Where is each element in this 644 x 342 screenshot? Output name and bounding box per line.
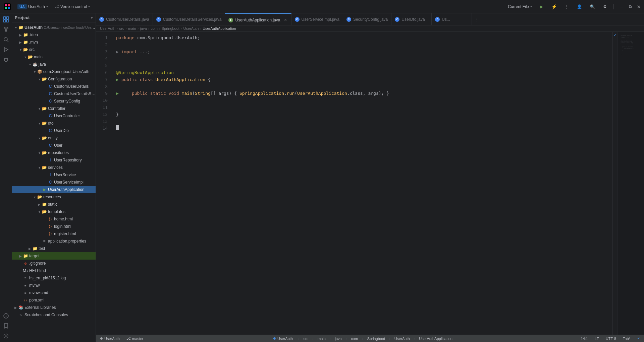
status-lf[interactable]: LF [593,337,600,341]
tree-item-static[interactable]: ▶ 📁 static [12,201,96,208]
activity-settings[interactable] [1,331,11,341]
run-gutter-7[interactable]: ▶ [116,77,121,82]
breadcrumb-item-active[interactable]: UserAuthApplication [203,26,236,30]
tree-item-hs-err[interactable]: ▶ ≡ hs_err_pid31512.log [12,274,96,282]
tree-item-userservice[interactable]: ▶ I UserService [12,171,96,179]
activity-run[interactable] [1,45,11,54]
tree-item-repositories[interactable]: ▾ 📂 repositories [12,149,96,156]
tab-securityconfig[interactable]: C SecurityConfig.java [343,13,391,25]
tree-item-resources[interactable]: ▾ 📂 resources [12,193,96,201]
tab-customuserdetails[interactable]: C CustomUserDetails.java [96,13,153,25]
tree-item-home-html[interactable]: ▶ ⟨⟩ home.html [12,215,96,223]
run-button[interactable]: ▶ [537,3,546,10]
tree-item-mvn[interactable]: ▶ 📁 .mvn [12,39,96,46]
tree-item-dto[interactable]: ▾ 📂 dto [12,120,96,127]
tree-item-customuserdetailsservices[interactable]: ▶ C CustomUserDetailsServices [12,90,96,97]
breadcrumb-item-userauth-pkg[interactable]: UserAuth [183,26,199,30]
tab-overflow-button[interactable]: ⋮ [472,13,482,25]
tree-item-pom-xml[interactable]: ▶ ⟨⟩ pom.xml [12,296,96,304]
status-indent[interactable]: Tab* [622,337,632,341]
breadcrumb-item-main[interactable]: main [128,26,136,30]
svg-point-23 [6,317,6,317]
more-actions-button[interactable]: ⋮ [562,3,572,10]
tab-userauthapplication[interactable]: ▶ UserAuthApplication.java ✕ [225,13,291,25]
status-breadcrumb-userauth[interactable]: ⊙ UserAuth [272,336,294,341]
project-selector[interactable]: UA UserAuth ▾ [15,3,51,11]
java-file-icon: C [48,91,53,96]
close-button[interactable]: ✕ [637,4,641,9]
breadcrumb-item-java[interactable]: java [140,26,147,30]
current-file-selector[interactable]: Current File ▾ [505,3,535,10]
activity-notifications[interactable] [1,311,11,321]
tree-item-external-libraries[interactable]: ▶ 📚 External Libraries [12,304,96,311]
svg-rect-7 [3,20,6,22]
tab-label: UserServiceImpl.java [302,17,339,22]
svg-line-12 [5,29,6,30]
debug-button[interactable]: ⚡ [548,3,559,11]
tree-item-customuserdetails[interactable]: ▶ C CustomUserDetails [12,83,96,90]
tree-item-idea[interactable]: ▶ 📁 .idea [12,31,96,39]
tree-item-target[interactable]: ▶ 📁 target [12,252,96,260]
tree-item-mvnw[interactable]: ▶ ≡ mvnw [12,282,96,289]
tree-item-services[interactable]: ▾ 📂 services [12,164,96,171]
tree-item-securityconfig[interactable]: ▶ C SecurityConfig [12,97,96,105]
code-editor[interactable]: package com.Springboot.UserAuth; ▶ impor… [112,32,612,335]
breadcrumb-sep: › [138,26,139,30]
tree-item-userrepository[interactable]: ▶ I UserRepository [12,156,96,164]
status-encoding[interactable]: UTF-8 [604,337,618,341]
status-project[interactable]: ⊙ UserAuth [99,336,121,341]
tab-label: CustomUserDetailsServices.java [163,17,222,22]
restore-button[interactable]: ⧉ [628,4,633,9]
tree-item-entity[interactable]: ▾ 📂 entity [12,134,96,142]
tree-item-gitignore[interactable]: ▶ ⊙ .gitignore [12,260,96,267]
breadcrumb-item-src[interactable]: src [119,26,124,30]
minimize-button[interactable]: ─ [619,4,624,9]
tab-userdto[interactable]: C UserDto.java [391,13,432,25]
tree-item-scratches[interactable]: ▶ ✎ Scratches and Consoles [12,311,96,319]
version-control-selector[interactable]: ⎇ Version control ▾ [52,3,93,10]
tree-item-main[interactable]: ▾ 📂 main [12,53,96,61]
status-line-col[interactable]: 14:1 [580,337,589,341]
tree-item-userauthapplication[interactable]: ▶ ▶ UserAuthApplication [12,186,96,193]
tree-item-userauth-root[interactable]: ▾ 📁 UserAuth C:\Users\prince\Downloads\U… [12,24,96,31]
tree-item-register-html[interactable]: ▶ ⟨⟩ register.html [12,230,96,237]
activity-project[interactable] [1,15,11,24]
tree-item-login-html[interactable]: ▶ ⟨⟩ login.html [12,223,96,230]
account-button[interactable]: 👤 [574,3,585,10]
breadcrumb-item-springboot[interactable]: Springboot [162,26,179,30]
activity-find[interactable] [1,35,11,44]
tree-item-label: hs_err_pid31512.log [29,276,96,280]
tree-item-usercontroller[interactable]: ▶ C UserController [12,112,96,120]
tree-item-application-properties[interactable]: ▶ ≡ application.properties [12,237,96,245]
tree-item-java[interactable]: ▾ ☕ java [12,61,96,68]
activity-vcs[interactable] [1,25,11,34]
tab-us[interactable]: C Us... [432,13,472,25]
right-gutter: ✓ [612,32,617,335]
tree-item-src[interactable]: ▾ 📂 src [12,46,96,53]
tree-item-userserviceimpl[interactable]: ▶ C UserServiceImpl [12,179,96,186]
tree-item-configuration[interactable]: ▾ 📂 Configuration [12,75,96,83]
status-git[interactable]: ⎇ master [125,336,145,341]
tree-item-mvnw-cmd[interactable]: ▶ ≡ mvnw.cmd [12,289,96,296]
breadcrumb-item-com[interactable]: com [151,26,158,30]
tree-item-userdto[interactable]: ▶ C UserDto [12,127,96,134]
tree-item-help-md[interactable]: ▶ M↓ HELP.md [12,267,96,274]
search-button[interactable]: 🔍 [587,3,598,10]
svg-rect-5 [3,17,6,19]
tree-item-package[interactable]: ▾ 📦 com.Springboot.UserAuth [12,68,96,75]
html-file-icon: ⟨⟩ [48,231,53,236]
activity-debug[interactable] [1,55,11,64]
svg-point-24 [5,335,7,337]
status-checkmark[interactable]: ✓ [636,336,641,341]
activity-bookmarks[interactable] [1,321,11,331]
tab-close-button[interactable]: ✕ [283,18,288,22]
tab-userserviceimpl[interactable]: C UserServiceImpl.java [291,13,343,25]
tree-item-templates[interactable]: ▾ 📂 templates [12,208,96,215]
tree-item-user[interactable]: ▶ C User [12,142,96,149]
breadcrumb-item-userauth[interactable]: UserAuth [100,26,115,30]
tree-item-controller[interactable]: ▾ 📂 Controller [12,105,96,112]
tree-item-test[interactable]: ▶ 📁 test [12,245,96,252]
settings-button[interactable]: ⚙ [600,3,609,10]
tab-customuserdetailsservices[interactable]: C CustomUserDetailsServices.java [153,13,225,25]
run-gutter-9[interactable]: ▶ [116,91,121,96]
